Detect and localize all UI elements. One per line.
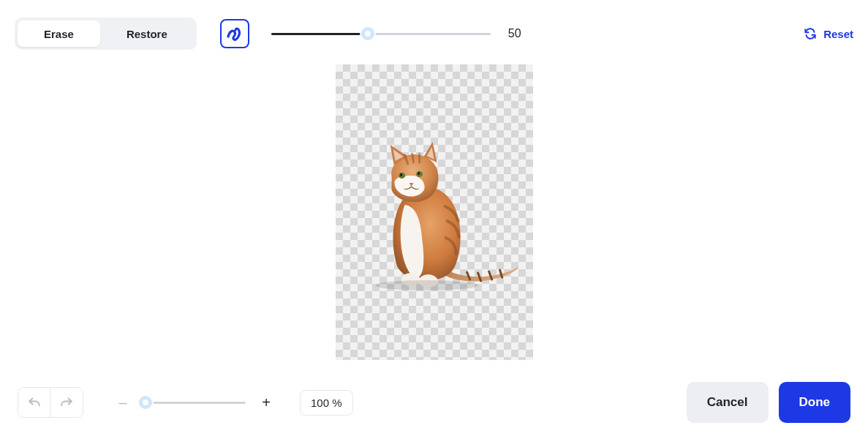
brush-tool-button[interactable] (220, 19, 249, 48)
subject-image (353, 139, 521, 293)
zoom-out-button[interactable]: – (116, 394, 130, 411)
slider-thumb[interactable] (139, 396, 152, 409)
brush-size-slider[interactable] (271, 26, 491, 41)
reset-button[interactable]: Reset (803, 26, 853, 41)
svg-point-6 (375, 280, 478, 290)
erase-mode-button[interactable]: Erase (18, 20, 100, 47)
canvas-area (0, 64, 868, 366)
svg-point-4 (400, 173, 402, 176)
brush-size-control: 50 (271, 26, 521, 41)
reset-label: Reset (823, 28, 853, 40)
cancel-button[interactable]: Cancel (687, 382, 769, 423)
zoom-value: 100 % (300, 390, 353, 416)
zoom-slider[interactable] (143, 395, 246, 410)
undo-icon (27, 396, 42, 410)
action-buttons: Cancel Done (687, 382, 850, 423)
top-toolbar: Erase Restore 50 Reset (15, 18, 853, 50)
brush-size-value: 50 (508, 27, 521, 40)
zoom-in-button[interactable]: + (259, 394, 273, 411)
refresh-icon (803, 26, 818, 41)
redo-icon (59, 396, 74, 410)
history-controls (18, 387, 83, 418)
editing-canvas[interactable] (336, 64, 533, 360)
svg-point-5 (418, 172, 420, 175)
scribble-icon (226, 25, 244, 42)
slider-track (143, 402, 246, 404)
restore-mode-button[interactable]: Restore (100, 20, 194, 47)
slider-thumb[interactable] (361, 27, 374, 40)
undo-button[interactable] (18, 388, 50, 418)
zoom-controls: – + 100 % (116, 390, 353, 416)
slider-track-fill (271, 33, 368, 35)
done-button[interactable]: Done (779, 382, 851, 423)
mode-toggle: Erase Restore (15, 18, 197, 50)
bottom-toolbar: – + 100 % Cancel Done (18, 385, 850, 420)
redo-button[interactable] (50, 388, 83, 418)
